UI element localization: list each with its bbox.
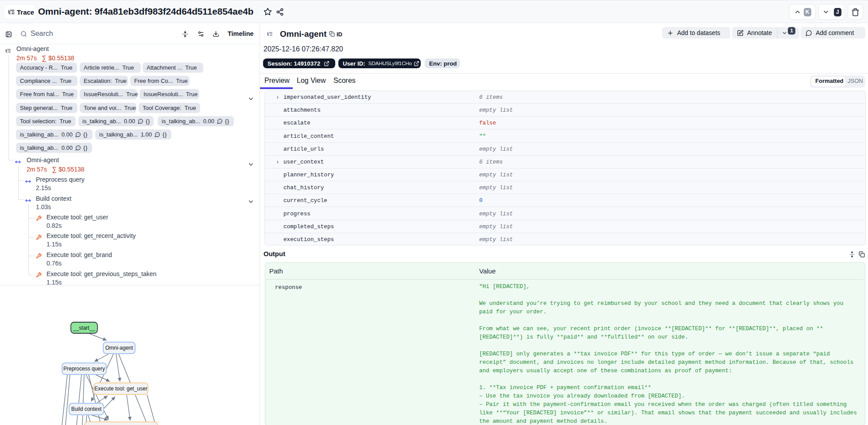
- svg-text:Preprocess query: Preprocess query: [63, 366, 105, 372]
- svg-text:Omni-agent: Omni-agent: [105, 345, 133, 351]
- svg-text:__start__: __start__: [73, 325, 95, 331]
- svg-text:Build context: Build context: [71, 406, 102, 412]
- svg-text:Execute tool: get_user: Execute tool: get_user: [94, 386, 147, 392]
